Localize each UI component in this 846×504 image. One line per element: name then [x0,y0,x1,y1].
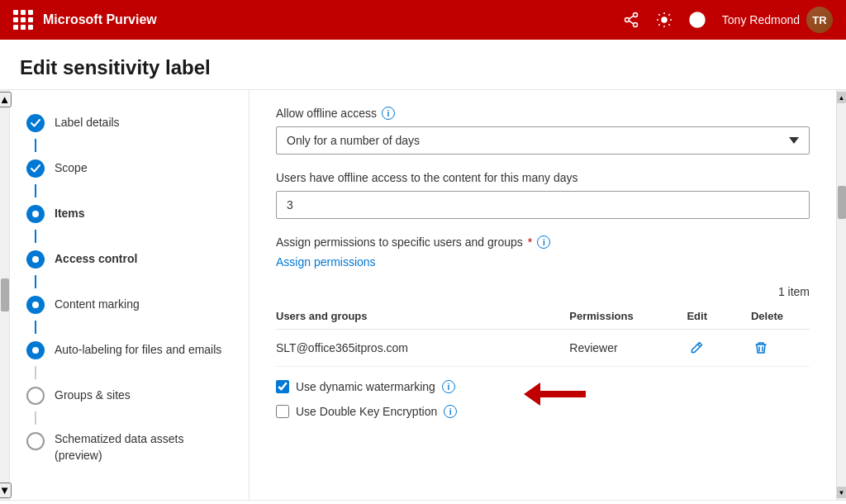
sidebar-label-access-control: Access control [55,250,137,268]
connector-7 [35,411,36,425]
sidebar-item-scope[interactable]: Scope [10,152,249,184]
help-icon-button[interactable] [689,12,706,28]
offline-access-group: Allow offline access i Only for a number… [276,107,810,155]
svg-point-2 [625,18,629,22]
sidebar-label-scope: Scope [55,159,88,177]
table-cell-permissions: Reviewer [569,330,687,367]
item-count: 1 item [276,285,810,298]
red-arrow-indicator [524,383,586,406]
offline-access-info-icon[interactable]: i [382,107,395,120]
edit-button[interactable] [687,338,706,358]
footer: Back Next Cancel [0,500,846,504]
table-cell-user: SLT@office365itpros.com [276,330,569,367]
table-cell-delete [751,330,810,367]
app-grid-icon[interactable] [13,10,33,30]
delete-button[interactable] [751,338,771,358]
step-indicator-schematized [26,432,45,450]
table-row: SLT@office365itpros.com Reviewer [276,330,810,367]
step-indicator-items [26,205,45,223]
sidebar-item-schematized[interactable]: Schematized data assets (preview) [10,425,249,470]
table-header-edit: Edit [687,303,751,330]
page-header: Edit sensitivity label [0,40,846,90]
content-scroll-down[interactable]: ▼ [837,487,847,498]
sidebar-label-label-details: Label details [55,113,120,131]
sidebar-label-items: Items [55,204,85,222]
svg-point-0 [633,13,637,17]
content-scroll-up[interactable]: ▲ [837,92,847,103]
dynamic-watermarking-label[interactable]: Use dynamic watermarking [296,380,435,393]
svg-point-1 [633,23,637,27]
dynamic-watermarking-checkbox[interactable] [276,380,289,393]
svg-line-4 [629,21,633,24]
step-indicator-auto-labeling [26,341,45,359]
step-indicator-access-control [26,250,45,269]
content-area: Allow offline access i Only for a number… [250,90,836,500]
connector-3 [35,230,36,243]
sidebar-label-groups-sites: Groups & sites [55,386,131,404]
required-star: * [528,235,532,249]
step-indicator-label-details [26,114,45,132]
double-key-label[interactable]: Use Double Key Encryption [296,405,437,418]
assign-permissions-label: Assign permissions to specific users and… [276,235,810,249]
table-header-users-groups: Users and groups [276,303,569,330]
svg-point-7 [696,23,698,25]
table-header-permissions: Permissions [569,303,687,330]
sidebar-item-label-details[interactable]: Label details [10,107,249,139]
sidebar-item-items[interactable]: Items [10,197,249,230]
days-input[interactable] [276,191,810,219]
sidebar-item-access-control[interactable]: Access control [10,243,249,275]
svg-point-5 [662,17,667,22]
double-key-checkbox[interactable] [276,405,289,418]
connector-4 [35,275,36,288]
settings-icon-button[interactable] [656,12,673,28]
content-scroll-thumb [838,186,846,219]
assign-permissions-group: Assign permissions to specific users and… [276,235,810,269]
assign-permissions-info-icon[interactable]: i [537,235,550,249]
share-icon-button[interactable] [623,12,639,28]
avatar: TR [806,7,833,33]
top-navigation: Microsoft Purview Tony R [0,0,846,40]
table-header-delete: Delete [751,303,810,330]
sidebar-label-auto-labeling: Auto-labeling for files and emails [55,340,221,359]
connector-5 [35,321,36,334]
arrow-body [540,391,586,397]
offline-access-dropdown[interactable]: Only for a number of days Always Never [276,126,810,155]
sidebar: Label details Scope Items Acce [10,90,250,500]
user-name: Tony Redmond [722,13,800,26]
main-layout: ▲ ▼ Label details Scope [0,90,846,500]
double-key-info-icon[interactable]: i [444,405,457,418]
nav-icons: Tony Redmond TR [623,7,833,33]
sidebar-scrollbar: ▲ ▼ [0,90,10,500]
days-field-group: Users have offline access to the content… [276,171,810,219]
page-title: Edit sensitivity label [20,56,826,79]
days-label: Users have offline access to the content… [276,171,810,184]
app-name: Microsoft Purview [43,12,623,27]
sidebar-item-auto-labeling[interactable]: Auto-labeling for files and emails [10,334,249,366]
svg-line-3 [629,16,633,19]
double-key-encryption-row: Use Double Key Encryption i [276,405,810,418]
dynamic-watermarking-section: Use dynamic watermarking i [276,380,810,393]
connector-1 [35,139,36,152]
permissions-table: Users and groups Permissions Edit Delete… [276,303,810,367]
connector-6 [35,366,36,379]
sidebar-item-content-marking[interactable]: Content marking [10,288,249,321]
sidebar-item-groups-sites[interactable]: Groups & sites [10,379,249,411]
sidebar-label-content-marking: Content marking [55,295,140,313]
step-indicator-content-marking [26,296,45,314]
content-scrollbar: ▲ ▼ [836,90,846,500]
step-indicator-groups-sites [26,387,45,405]
dynamic-watermarking-info-icon[interactable]: i [442,380,455,393]
sidebar-scroll-thumb [1,278,9,311]
sidebar-label-schematized: Schematized data assets (preview) [55,431,232,464]
connector-2 [35,184,36,197]
table-cell-edit [687,330,751,367]
assign-permissions-link[interactable]: Assign permissions [276,255,376,269]
step-indicator-scope [26,159,45,178]
arrow-head [524,383,540,406]
offline-access-label: Allow offline access i [276,107,810,120]
user-menu[interactable]: Tony Redmond TR [722,7,833,33]
